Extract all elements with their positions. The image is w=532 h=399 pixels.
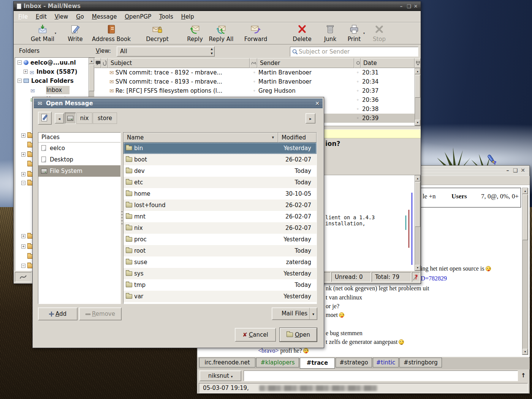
file-row[interactable]: varYesterday — [124, 291, 317, 302]
menu-tools[interactable]: Tools — [159, 11, 173, 22]
get-mail-button[interactable]: ▾ Get Mail — [24, 24, 62, 43]
tab-tintic[interactable]: #tintic — [373, 358, 399, 367]
column-read[interactable] — [354, 58, 361, 68]
minimize-button[interactable]: – — [398, 2, 405, 11]
file-row[interactable]: sysYesterday — [124, 268, 317, 279]
name-column-header[interactable]: Name▾ — [124, 133, 278, 142]
irc-input[interactable] — [244, 370, 518, 381]
file-row[interactable]: susezaterdag — [124, 256, 317, 268]
scroll-down-icon[interactable] — [415, 120, 420, 125]
expand-icon[interactable]: + — [21, 152, 25, 157]
menu-message[interactable]: Message — [92, 11, 117, 22]
path-forward-button[interactable]: ▸ — [306, 113, 315, 124]
send-arrow-icon[interactable]: ↑ — [521, 372, 526, 379]
scrollbar-thumb[interactable] — [415, 75, 420, 98]
path-back-button[interactable]: ◂ — [55, 113, 64, 124]
file-row[interactable]: boot26-02-07 — [124, 154, 317, 165]
tab-trace[interactable]: #trace — [300, 358, 335, 369]
menu-view[interactable]: View — [55, 11, 68, 22]
path-segment-nix[interactable]: nix — [76, 112, 92, 124]
collapse-icon[interactable]: − — [21, 264, 25, 268]
column-flag[interactable] — [94, 58, 101, 68]
file-row-bin[interactable]: binYesterday — [124, 142, 317, 154]
column-thread[interactable] — [250, 58, 257, 68]
file-row[interactable]: etcToday — [124, 177, 317, 188]
expand-icon[interactable]: + — [24, 70, 28, 74]
scrollbar-thumb[interactable] — [522, 195, 528, 240]
scroll-up-icon[interactable] — [415, 68, 420, 74]
dialog-close-button[interactable]: ✕ — [315, 98, 320, 108]
scroll-up-icon[interactable] — [415, 176, 420, 181]
print-button[interactable]: ▾ Print — [343, 24, 366, 43]
file-filter-select[interactable]: Mail Files ▾ — [272, 307, 317, 320]
add-button[interactable]: Add — [38, 307, 78, 320]
tab-server[interactable]: irc.freenode.net — [199, 358, 255, 367]
address-book-button[interactable]: Address Book — [87, 24, 136, 43]
cancel-button[interactable]: ✘Cancel — [235, 328, 276, 342]
delete-button[interactable]: Delete — [288, 24, 316, 43]
body-scrollbar[interactable] — [415, 175, 421, 271]
expand-icon[interactable]: + — [21, 133, 25, 138]
menu-help[interactable]: Help — [181, 11, 194, 22]
column-date[interactable]: Date — [361, 58, 415, 68]
list-scrollbar[interactable] — [415, 68, 421, 126]
dialog-titlebar[interactable]: ✉ Open Message ✕ — [34, 98, 323, 108]
menu-edit[interactable]: Edit — [36, 11, 47, 22]
file-row[interactable]: tmpToday — [124, 279, 317, 291]
place-eelco[interactable]: eelco — [38, 142, 120, 154]
maximize-button[interactable]: ❑ — [405, 2, 412, 11]
tab-stratego[interactable]: #stratego — [336, 358, 372, 367]
junk-button[interactable]: Junk — [319, 24, 341, 43]
message-row[interactable]: ✉SVN commit: trace - 8193 - mbrave... ◦ … — [94, 77, 415, 86]
message-row[interactable]: ✉SVN commit: trace - 8192 - mbrave... ◦ … — [94, 68, 415, 77]
irc-close-button[interactable]: ✕ — [519, 167, 527, 173]
tab-klaplopers[interactable]: #klaplopers — [256, 358, 299, 367]
pane-splitter-dots[interactable] — [121, 211, 123, 226]
column-subject[interactable]: Subject — [108, 58, 250, 68]
scrollbar-thumb[interactable] — [415, 182, 420, 227]
irc-maximize-button[interactable]: ❑ — [511, 167, 519, 173]
menu-openpgp[interactable]: OpenPGP — [125, 11, 151, 22]
menu-file[interactable]: File — [18, 11, 28, 22]
collapse-icon[interactable]: − — [21, 181, 25, 185]
scroll-down-icon[interactable] — [522, 349, 528, 355]
file-row[interactable]: mnt26-02-07 — [124, 211, 317, 222]
file-row[interactable]: nix26-02-07 — [124, 222, 317, 234]
column-attachment[interactable] — [101, 58, 108, 68]
search-input[interactable] — [299, 48, 415, 55]
file-row[interactable]: lost+found26-02-07 — [124, 200, 317, 211]
irc-scrollbar[interactable] — [522, 188, 528, 355]
reply-all-button[interactable]: Reply All — [207, 24, 236, 43]
enigmail-status[interactable]: ? — [412, 272, 420, 282]
decrypt-button[interactable]: Decrypt — [140, 24, 174, 43]
file-row[interactable]: rootToday — [124, 245, 317, 256]
expand-icon[interactable]: + — [21, 234, 25, 238]
tree-inbox-5587[interactable]: +✉Inbox (5587) — [24, 68, 78, 76]
message-row[interactable]: ✉Re: [RFC] FSFS filesystem options (l...… — [94, 86, 415, 95]
tree-local-folders[interactable]: −Local Folders — [17, 77, 74, 85]
view-select[interactable]: All ▲▼ — [117, 46, 215, 57]
column-sender[interactable]: Sender — [257, 58, 354, 68]
expand-icon[interactable]: + — [21, 244, 25, 249]
forward-button[interactable]: Forward — [239, 24, 272, 43]
scroll-up-icon[interactable] — [522, 188, 528, 194]
tree-account-eelco[interactable]: −eelco@...uu.nl — [17, 59, 76, 67]
path-root-button[interactable] — [65, 112, 76, 124]
menu-go[interactable]: Go — [76, 11, 84, 22]
file-row[interactable]: home30-10-05 — [124, 188, 317, 200]
modified-column-header[interactable]: Modified — [278, 133, 317, 142]
open-button[interactable]: Open — [280, 328, 317, 342]
type-filename-button[interactable] — [38, 112, 52, 125]
file-row[interactable]: procYesterday — [124, 234, 317, 245]
offline-indicator[interactable] — [15, 272, 32, 282]
scrollbar-thumb[interactable] — [89, 65, 94, 91]
tab-stringborg[interactable]: #stringborg — [399, 358, 442, 367]
place-file-system[interactable]: File System — [38, 165, 120, 177]
close-button[interactable]: ✕ — [412, 2, 419, 11]
nick-button[interactable]: niksnut ▾ — [200, 370, 241, 381]
path-segment-store[interactable]: store — [93, 112, 117, 124]
places-header[interactable]: Places — [38, 133, 120, 142]
tree-inbox-local[interactable]: ✉Inbox — [30, 86, 62, 94]
irc-minimize-button[interactable]: – — [504, 167, 511, 173]
place-desktop[interactable]: Desktop — [38, 154, 120, 165]
